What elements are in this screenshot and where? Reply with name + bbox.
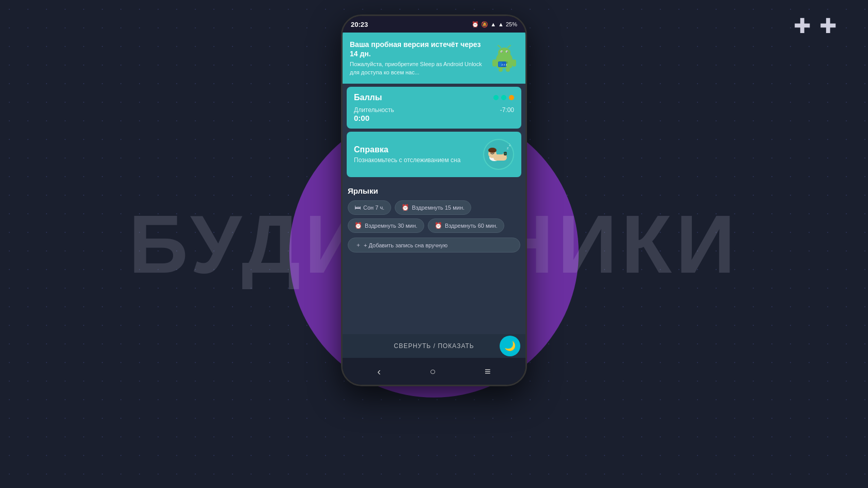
svg-line-7 <box>508 45 510 48</box>
trial-subtitle: Пожалуйста, приобретите Sleep as Android… <box>350 60 485 76</box>
svg-point-4 <box>502 51 503 52</box>
svg-rect-12 <box>506 68 510 72</box>
score-value: -7:00 <box>500 106 514 114</box>
help-subtitle: Познакомьтесь с отслеживанием сна <box>354 156 478 164</box>
status-time: 20:23 <box>351 21 368 28</box>
score-dot-3 <box>509 95 514 100</box>
score-dot-2 <box>501 95 506 100</box>
scores-row: Длительность -7:00 <box>354 106 514 114</box>
sleep-tracking-image: 23 z z <box>483 139 514 170</box>
shortcuts-grid: 🛏 Сон 7 ч. ⏰ Вздремнуть 15 мин. ⏰ Вздрем… <box>348 200 520 253</box>
plus-add-icon: ＋ <box>355 241 361 249</box>
add-sleep-label: + Добавить запись сна вручную <box>364 242 447 248</box>
scores-card[interactable]: Баллы Длительность -7:00 0:00 <box>347 87 521 129</box>
scores-title: Баллы <box>354 93 382 102</box>
fab-moon-button[interactable]: 🌙 <box>500 336 520 356</box>
shortcut-nap-15[interactable]: ⏰ Вздремнуть 15 мин. <box>395 200 471 215</box>
nap-15-label: Вздремнуть 15 мин. <box>412 204 464 211</box>
trial-text: Ваша пробная версия истечёт через 14 дн.… <box>350 40 485 76</box>
scores-header: Баллы <box>354 93 514 102</box>
trial-banner[interactable]: Ваша пробная версия истечёт через 14 дн.… <box>343 33 525 84</box>
svg-point-22 <box>488 148 497 153</box>
duration-value: 0:00 <box>354 114 514 122</box>
svg-point-1 <box>498 48 510 58</box>
help-card[interactable]: Справка Познакомьтесь с отслеживанием сн… <box>347 132 521 177</box>
back-nav-icon[interactable]: ‹ <box>377 366 381 377</box>
menu-nav-icon[interactable]: ≡ <box>485 366 491 377</box>
android-mascot: z z z <box>490 44 518 72</box>
help-text: Справка Познакомьтесь с отслеживанием сн… <box>354 145 478 164</box>
svg-rect-9 <box>492 59 497 67</box>
add-sleep-button[interactable]: ＋ + Добавить запись сна вручную <box>348 238 520 253</box>
sound-icon: 🔕 <box>481 21 488 28</box>
shortcut-nap-60[interactable]: ⏰ Вздремнуть 60 мин. <box>428 218 504 233</box>
collapse-label: СВЕРНУТЬ / ПОКАЗАТЬ <box>350 342 518 350</box>
nap-30-label: Вздремнуть 30 мин. <box>365 223 417 229</box>
shortcuts-section: Ярлыки 🛏 Сон 7 ч. ⏰ Вздремнуть 15 мин. ⏰… <box>343 180 525 334</box>
alarm-icon: ⏰ <box>472 21 479 28</box>
duration-label: Длительность <box>354 106 394 114</box>
collapse-bar[interactable]: СВЕРНУТЬ / ПОКАЗАТЬ 🌙 <box>343 334 525 358</box>
phone-content: Ваша пробная версия истечёт через 14 дн.… <box>343 33 525 358</box>
alarm-nap-30-icon: ⏰ <box>354 222 362 229</box>
signal-icon: ▲ <box>490 21 496 27</box>
status-bar: 20:23 ⏰ 🔕 ▲ ▲ 25% <box>343 16 525 33</box>
plus-icon-2[interactable]: ✚ <box>819 15 837 36</box>
svg-point-5 <box>507 51 508 52</box>
trial-title: Ваша пробная версия истечёт через 14 дн. <box>350 40 485 58</box>
svg-text:z: z <box>509 142 512 147</box>
svg-rect-11 <box>499 68 503 72</box>
svg-rect-10 <box>512 59 516 67</box>
top-right-icons: ✚ ✚ <box>794 15 837 36</box>
phone-frame: 20:23 ⏰ 🔕 ▲ ▲ 25% Ваша пробная версия ис… <box>341 14 527 386</box>
alarm-nap-60-icon: ⏰ <box>435 222 442 229</box>
help-title: Справка <box>354 145 478 154</box>
shortcuts-title: Ярлыки <box>348 186 520 195</box>
svg-line-6 <box>498 45 501 48</box>
moon-icon: 🌙 <box>504 340 516 352</box>
score-dot-1 <box>493 95 499 100</box>
bottom-nav-bar: ‹ ○ ≡ <box>343 358 525 385</box>
svg-text:z z z: z z z <box>502 63 507 66</box>
battery-text: 25% <box>506 21 517 27</box>
plus-icon-1[interactable]: ✚ <box>794 15 811 36</box>
svg-text:23: 23 <box>504 152 507 155</box>
alarm-nap-15-icon: ⏰ <box>401 204 409 211</box>
score-dots <box>493 95 514 100</box>
sleep-7h-label: Сон 7 ч. <box>363 204 384 211</box>
home-nav-icon[interactable]: ○ <box>429 366 436 377</box>
shortcut-sleep-7h[interactable]: 🛏 Сон 7 ч. <box>348 200 391 215</box>
bed-icon: 🛏 <box>354 204 361 211</box>
nap-60-label: Вздремнуть 60 мин. <box>445 223 498 229</box>
shortcut-nap-30[interactable]: ⏰ Вздремнуть 30 мин. <box>348 218 424 233</box>
wifi-icon: ▲ <box>498 21 504 27</box>
status-icons: ⏰ 🔕 ▲ ▲ 25% <box>472 21 517 28</box>
